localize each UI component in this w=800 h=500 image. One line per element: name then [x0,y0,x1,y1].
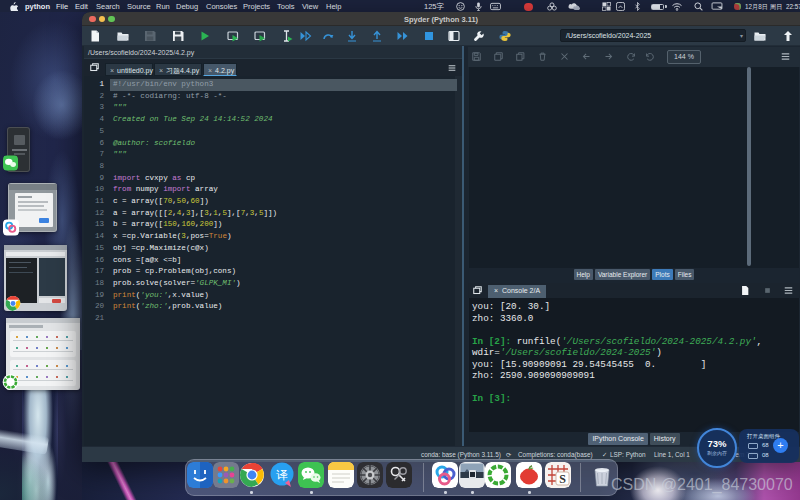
svg-text:译: 译 [276,468,288,482]
svg-text:S: S [559,472,566,486]
